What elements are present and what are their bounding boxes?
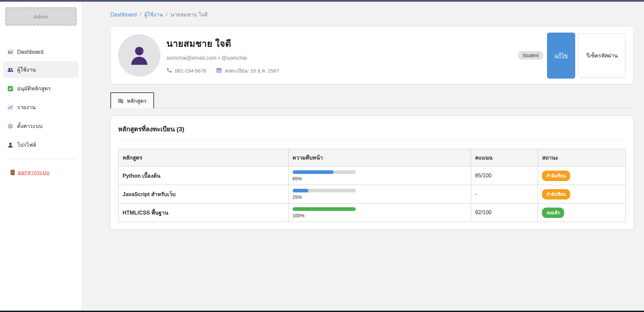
sidebar-item-label: อนุมัติหลักสูตร [17, 84, 51, 93]
sidebar-item-reports[interactable]: รายงาน [3, 99, 79, 116]
books-icon [118, 98, 124, 103]
breadcrumb-link-users[interactable]: ผู้ใช้งาน [144, 10, 163, 19]
person-icon [7, 142, 13, 148]
tab-courses[interactable]: หลักสูตร [110, 92, 154, 108]
header-progress: ความคืบหน้า [288, 149, 471, 167]
status-badge: กำลังเรียน [542, 171, 570, 181]
sidebar: Admin Dashboard ผู้ใช้งาน อนุมัติหลักสูต… [0, 2, 82, 312]
course-score: 92/100 [471, 204, 538, 222]
status-badge: กำลังเรียน [542, 189, 570, 199]
avatar-person-icon [127, 43, 151, 68]
check-icon [7, 86, 13, 92]
courses-table-header-row: หลักสูตร ความคืบหน้า คะแนน สถานะ [118, 149, 626, 167]
progress-track [293, 170, 356, 174]
course-progress-cell: 65% [288, 167, 471, 185]
avatar [118, 34, 160, 77]
admin-logo-label: Admin [34, 14, 48, 19]
sidebar-item-label: โปรไฟล์ [17, 141, 36, 149]
progress-label: 25% [293, 194, 467, 200]
admin-logo-placeholder: Admin [5, 7, 77, 26]
breadcrumb-link-dashboard[interactable]: Dashboard [110, 12, 137, 18]
gear-icon [7, 123, 13, 129]
sidebar-item-label: รายงาน [17, 103, 36, 112]
profile-email-line: somchai@email.com • @somchai [166, 55, 279, 61]
header-score: คะแนน [471, 149, 538, 167]
breadcrumb-separator: / [166, 12, 167, 18]
edit-button[interactable]: แก้ไข [547, 33, 575, 79]
role-badge: Student [518, 51, 543, 60]
course-progress-cell: 100% [288, 204, 471, 222]
users-icon [7, 67, 13, 73]
course-status-cell: จบแล้ว [538, 204, 626, 222]
phone-icon [166, 68, 172, 74]
course-status-cell: กำลังเรียน [538, 185, 626, 204]
sidebar-item-label: Dashboard [17, 49, 43, 55]
app-root: Admin Dashboard ผู้ใช้งาน อนุมัติหลักสูต… [0, 0, 644, 312]
profile-phone: 081-234-5678 [175, 68, 206, 74]
profile-info: นายสมชาย ใจดี somchai@email.com • @somch… [166, 36, 279, 75]
course-progress-cell: 25% [288, 185, 471, 204]
panel-divider [118, 140, 626, 141]
course-name: HTML/CSS พื้นฐาน [118, 204, 289, 222]
progress-fill [293, 207, 356, 211]
reset-password-button[interactable]: รีเซ็ตรหัสผ่าน [578, 33, 626, 78]
sidebar-menu: Dashboard ผู้ใช้งาน อนุมัติหลักสูตร รายง… [0, 45, 82, 153]
top-window-bar [0, 0, 644, 2]
breadcrumb-separator: / [140, 12, 141, 18]
sidebar-item-settings[interactable]: ตั้งค่าระบบ [3, 118, 79, 134]
profile-meta-row: 081-234-5678 ลงทะเบียน: 15 ธ.ค. 2567 [166, 67, 279, 75]
sidebar-item-label: ตั้งค่าระบบ [17, 122, 42, 130]
sidebar-item-label: ผู้ใช้งาน [17, 65, 36, 74]
profile-registered: ลงทะเบียน: 15 ธ.ค. 2567 [225, 67, 279, 75]
calendar-icon [216, 68, 222, 74]
progress-label: 65% [293, 176, 467, 181]
course-score: - [471, 185, 538, 204]
table-row: Python เบื้องต้น 65% 85/100 กำลังเรียน [118, 167, 626, 185]
courses-panel: หลักสูตรที่ลงทะเบียน (3) หลักสูตร ความคื… [110, 116, 634, 230]
profile-registered-item: ลงทะเบียน: 15 ธ.ค. 2567 [216, 67, 279, 75]
sidebar-item-users[interactable]: ผู้ใช้งาน [3, 61, 79, 78]
course-status-cell: กำลังเรียน [538, 167, 626, 185]
bottom-window-bar [0, 311, 644, 312]
tabs-row: หลักสูตร [110, 92, 634, 108]
course-name: JavaScript สำหรับเว็บ [118, 185, 289, 204]
course-name: Python เบื้องต้น [118, 167, 289, 185]
profile-card: นายสมชาย ใจดี somchai@email.com • @somch… [110, 27, 634, 84]
main-content: Dashboard / ผู้ใช้งาน / นายสมชาย ใจดี นา… [82, 2, 644, 312]
profile-phone-item: 081-234-5678 [166, 68, 206, 74]
progress-track [293, 189, 356, 192]
tab-courses-label: หลักสูตร [127, 97, 147, 105]
header-status: สถานะ [538, 149, 626, 167]
courses-panel-title: หลักสูตรที่ลงทะเบียน (3) [118, 124, 626, 134]
profile-actions: Student แก้ไข รีเซ็ตรหัสผ่าน [518, 33, 626, 79]
course-score: 85/100 [471, 167, 538, 185]
logout-link[interactable]: ออกจากระบบ [10, 168, 49, 177]
progress-fill [293, 189, 308, 192]
courses-table: หลักสูตร ความคืบหน้า คะแนน สถานะ Python … [118, 149, 626, 222]
header-course: หลักสูตร [118, 149, 289, 167]
logout-label: ออกจากระบบ [18, 168, 49, 177]
progress-track [293, 207, 356, 211]
status-badge: จบแล้ว [542, 208, 564, 218]
table-row: JavaScript สำหรับเว็บ 25% - กำลังเรียน [118, 185, 626, 204]
profile-name: นายสมชาย ใจดี [166, 36, 279, 51]
breadcrumb-current: นายสมชาย ใจดี [170, 10, 208, 19]
bar-chart-icon [7, 49, 13, 55]
door-icon [10, 170, 15, 175]
progress-fill [293, 170, 334, 174]
table-row: HTML/CSS พื้นฐาน 100% 92/100 จบแล้ว [118, 204, 626, 222]
progress-label: 100% [293, 213, 467, 218]
breadcrumb: Dashboard / ผู้ใช้งาน / นายสมชาย ใจดี [110, 10, 634, 19]
sidebar-item-approve-courses[interactable]: อนุมัติหลักสูตร [3, 80, 79, 97]
sidebar-divider [6, 159, 76, 159]
line-chart-icon [7, 104, 13, 110]
sidebar-item-profile[interactable]: โปรไฟล์ [3, 137, 79, 153]
sidebar-item-dashboard[interactable]: Dashboard [3, 45, 79, 59]
